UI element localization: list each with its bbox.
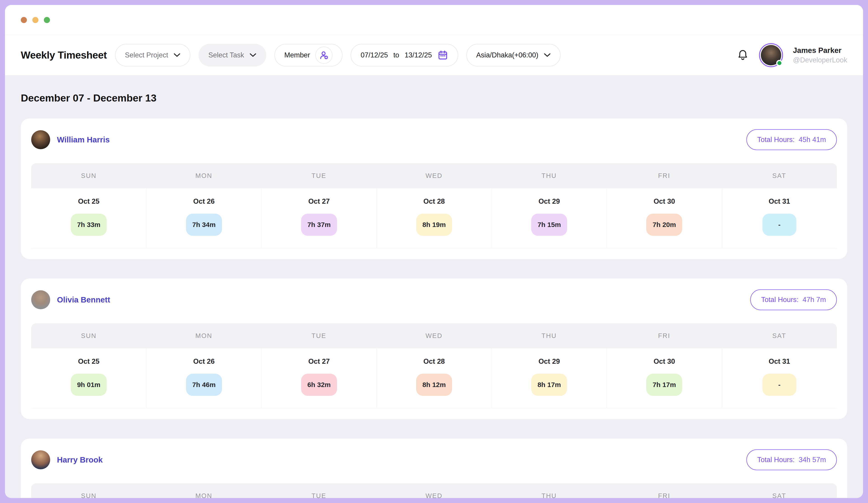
hours-chip[interactable]: 7h 46m <box>186 374 222 396</box>
hours-chip[interactable]: 7h 37m <box>301 214 337 236</box>
hours-chip[interactable]: 7h 17m <box>646 374 682 396</box>
day-date: Oct 26 <box>193 357 215 366</box>
day-date: Oct 31 <box>769 357 790 366</box>
day-header: MON <box>146 172 261 179</box>
day-header: THU <box>492 492 607 498</box>
member-label: Member <box>285 51 310 59</box>
hours-chip[interactable]: 7h 15m <box>531 214 567 236</box>
day-date: Oct 28 <box>423 357 445 366</box>
day-cell: Oct 28 8h 12m <box>376 348 492 408</box>
select-project-dropdown[interactable]: Select Project <box>115 44 190 66</box>
day-cell: Oct 26 7h 46m <box>146 348 261 408</box>
day-cell: Oct 25 9h 01m <box>31 348 146 408</box>
day-date: Oct 31 <box>769 197 790 205</box>
member-timesheet-card: Harry Brook Total Hours: 34h 57m SUN MON… <box>21 439 847 498</box>
week-table-row: Oct 25 9h 01m Oct 26 7h 46m Oct 27 6h 32… <box>31 348 837 408</box>
member-filter-button[interactable]: Member <box>275 44 343 66</box>
select-project-label: Select Project <box>125 51 168 59</box>
day-date: Oct 30 <box>653 197 675 205</box>
chevron-down-icon <box>544 53 551 57</box>
day-header: TUE <box>261 172 376 179</box>
total-hours-label: Total Hours: <box>757 456 795 464</box>
hours-chip[interactable]: 7h 20m <box>646 214 682 236</box>
day-date: Oct 27 <box>308 197 330 205</box>
day-header: SAT <box>722 492 837 498</box>
hours-chip[interactable]: - <box>763 374 796 396</box>
hours-chip[interactable]: 9h 01m <box>71 374 107 396</box>
member-avatar <box>31 130 50 149</box>
day-header: MON <box>146 492 261 498</box>
total-hours-badge[interactable]: Total Hours: 34h 57m <box>746 449 837 470</box>
week-table-header: SUN MON TUE WED THU FRI SAT <box>31 323 837 348</box>
day-header: THU <box>492 332 607 340</box>
chevron-down-icon <box>174 53 180 57</box>
window-titlebar <box>5 5 863 35</box>
hours-chip[interactable]: 6h 32m <box>301 374 337 396</box>
date-range-separator: to <box>393 51 399 59</box>
day-header: WED <box>376 332 492 340</box>
user-name: James Parker <box>793 46 847 55</box>
week-table: SUN MON TUE WED THU FRI SAT Oct 25 9h 01… <box>31 323 837 408</box>
day-header: SAT <box>722 332 837 340</box>
zoom-window-button[interactable] <box>44 17 50 23</box>
hours-chip[interactable]: 7h 34m <box>186 214 222 236</box>
page-title: Weekly Timesheet <box>21 49 107 61</box>
total-hours-label: Total Hours: <box>761 296 798 304</box>
main-content: December 07 - December 13 William Harris… <box>5 75 863 498</box>
day-header: TUE <box>261 332 376 340</box>
day-cell: Oct 27 6h 32m <box>261 348 376 408</box>
timezone-label: Asia/Dhaka(+06:00) <box>476 51 538 59</box>
day-header: WED <box>376 492 492 498</box>
toolbar: Weekly Timesheet Select Project Select T… <box>5 35 863 75</box>
person-add-icon <box>315 47 332 64</box>
week-range-title: December 07 - December 13 <box>21 92 847 104</box>
hours-chip[interactable]: 8h 19m <box>416 214 452 236</box>
day-header: THU <box>492 172 607 179</box>
total-hours-label: Total Hours: <box>757 136 795 144</box>
week-table: SUN MON TUE WED THU FRI SAT <box>31 483 837 498</box>
calendar-icon <box>437 50 448 61</box>
member-name-link[interactable]: William Harris <box>57 135 110 144</box>
hours-chip[interactable]: 8h 12m <box>416 374 452 396</box>
date-range-picker[interactable]: 07/12/25 to 13/12/25 <box>351 44 458 66</box>
day-cell: Oct 31 - <box>722 348 837 408</box>
day-date: Oct 27 <box>308 357 330 366</box>
hours-chip[interactable]: 7h 33m <box>71 214 107 236</box>
day-header: SAT <box>722 172 837 179</box>
user-info[interactable]: James Parker @DeveloperLook <box>793 46 847 64</box>
total-hours-badge[interactable]: Total Hours: 45h 41m <box>746 129 837 150</box>
day-date: Oct 25 <box>78 357 100 366</box>
total-hours-badge[interactable]: Total Hours: 47h 7m <box>750 289 837 310</box>
day-date: Oct 29 <box>538 357 560 366</box>
select-task-label: Select Task <box>208 51 244 59</box>
bell-icon[interactable] <box>736 49 749 61</box>
date-range-start: 07/12/25 <box>361 51 388 59</box>
user-handle: @DeveloperLook <box>793 56 847 64</box>
day-cell: Oct 31 - <box>722 188 837 248</box>
user-avatar[interactable] <box>759 43 783 67</box>
member-name-link[interactable]: Olivia Bennett <box>57 295 110 304</box>
hours-chip[interactable]: - <box>763 214 796 236</box>
hours-chip[interactable]: 8h 17m <box>531 374 567 396</box>
day-header: FRI <box>607 492 722 498</box>
day-cell: Oct 28 8h 19m <box>376 188 492 248</box>
day-date: Oct 28 <box>423 197 445 205</box>
total-hours-value: 47h 7m <box>803 296 826 304</box>
day-cell: Oct 30 7h 20m <box>607 188 722 248</box>
member-timesheet-card: William Harris Total Hours: 45h 41m SUN … <box>21 119 847 259</box>
day-header: TUE <box>261 492 376 498</box>
minimize-window-button[interactable] <box>32 17 39 23</box>
day-cell: Oct 29 7h 15m <box>492 188 607 248</box>
close-window-button[interactable] <box>21 17 27 23</box>
day-header: FRI <box>607 172 722 179</box>
day-header: WED <box>376 172 492 179</box>
day-header: SUN <box>31 172 146 179</box>
select-task-dropdown[interactable]: Select Task <box>198 44 266 66</box>
week-table-header: SUN MON TUE WED THU FRI SAT <box>31 483 837 498</box>
member-avatar <box>31 450 50 469</box>
timezone-dropdown[interactable]: Asia/Dhaka(+06:00) <box>466 44 561 66</box>
member-avatar <box>31 290 50 309</box>
member-name-link[interactable]: Harry Brook <box>57 455 103 464</box>
week-table-row: Oct 25 7h 33m Oct 26 7h 34m Oct 27 7h 37… <box>31 188 837 248</box>
day-header: SUN <box>31 492 146 498</box>
